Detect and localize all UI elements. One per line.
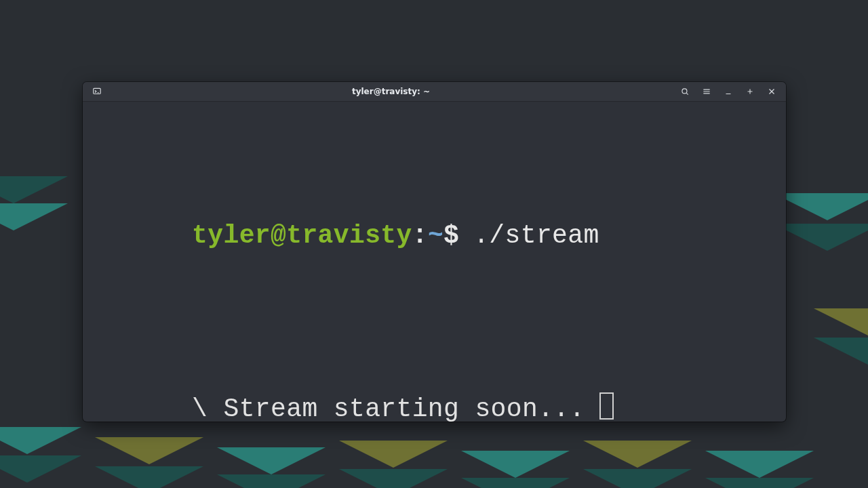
hamburger-menu-icon[interactable]	[696, 82, 717, 101]
terminal-window: tyler@travisty: ~ tyler@travisty:~$./str…	[83, 82, 786, 422]
prompt-line: tyler@travisty:~$./stream	[98, 184, 771, 288]
window-minimize-button[interactable]	[718, 82, 738, 101]
window-close-button[interactable]	[762, 82, 782, 101]
svg-rect-0	[94, 88, 101, 94]
prompt-dollar: $	[443, 221, 459, 250]
prompt-user-host: tyler@travisty	[192, 221, 412, 250]
terminal-cursor	[599, 392, 614, 420]
command-text: ./stream	[473, 221, 599, 250]
terminal-body[interactable]: tyler@travisty:~$./stream \ Stream start…	[83, 102, 786, 422]
window-titlebar: tyler@travisty: ~	[83, 82, 786, 102]
new-tab-button[interactable]	[740, 82, 760, 101]
output-text: \ Stream starting soon...	[192, 394, 585, 422]
window-title: tyler@travisty: ~	[107, 87, 675, 96]
terminal-app-icon	[87, 82, 107, 101]
output-line: \ Stream starting soon...	[98, 357, 771, 422]
prompt-separator: :	[412, 221, 428, 250]
svg-point-1	[682, 89, 687, 94]
prompt-path: ~	[428, 221, 443, 250]
search-icon[interactable]	[675, 82, 695, 101]
